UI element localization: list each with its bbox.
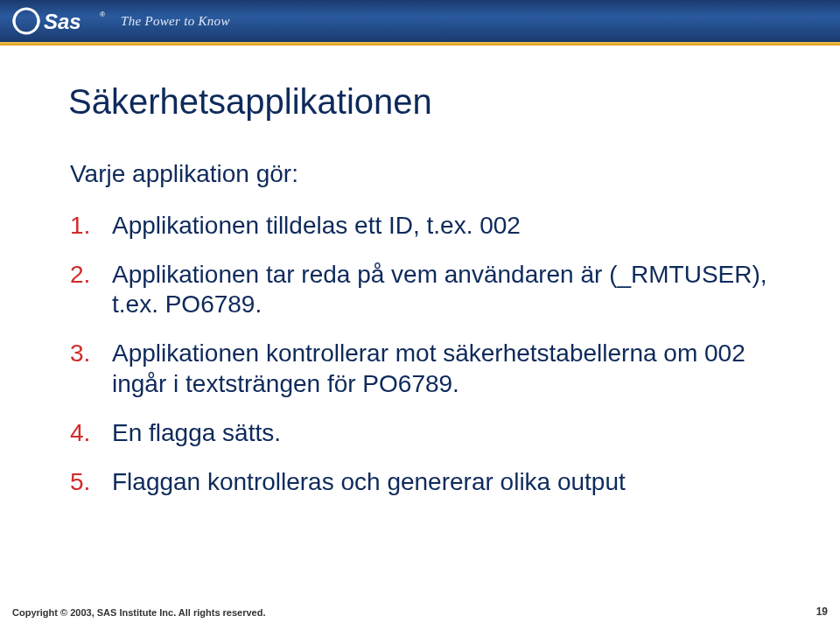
svg-point-1 [12,6,43,36]
svg-text:Sas: Sas [44,10,81,33]
tagline: The Power to Know [121,14,230,29]
list-item: Flaggan kontrolleras och genererar olika… [70,467,788,497]
slide-content: Säkerhetsapplikationen Varje applikation… [0,46,840,497]
lead-text: Varje applikation gör: [70,160,788,188]
list-item: Applikationen tilldelas ett ID, t.ex. 00… [70,211,788,241]
header-bar: Sas ® The Power to Know [0,0,840,42]
sas-logo-icon: Sas ® [12,6,108,36]
svg-text:®: ® [100,10,105,18]
numbered-list: Applikationen tilldelas ett ID, t.ex. 00… [68,211,788,497]
footer: Copyright © 2003, SAS Institute Inc. All… [12,606,828,618]
list-item: Applikationen tar reda på vem användaren… [70,260,788,319]
list-item: Applikationen kontrollerar mot säkerhets… [70,339,788,398]
page-title: Säkerhetsapplikationen [68,82,788,122]
list-item: En flagga sätts. [70,418,788,448]
page-number: 19 [816,606,828,618]
brand-wrap: Sas ® The Power to Know [12,6,230,36]
copyright: Copyright © 2003, SAS Institute Inc. All… [12,607,266,618]
